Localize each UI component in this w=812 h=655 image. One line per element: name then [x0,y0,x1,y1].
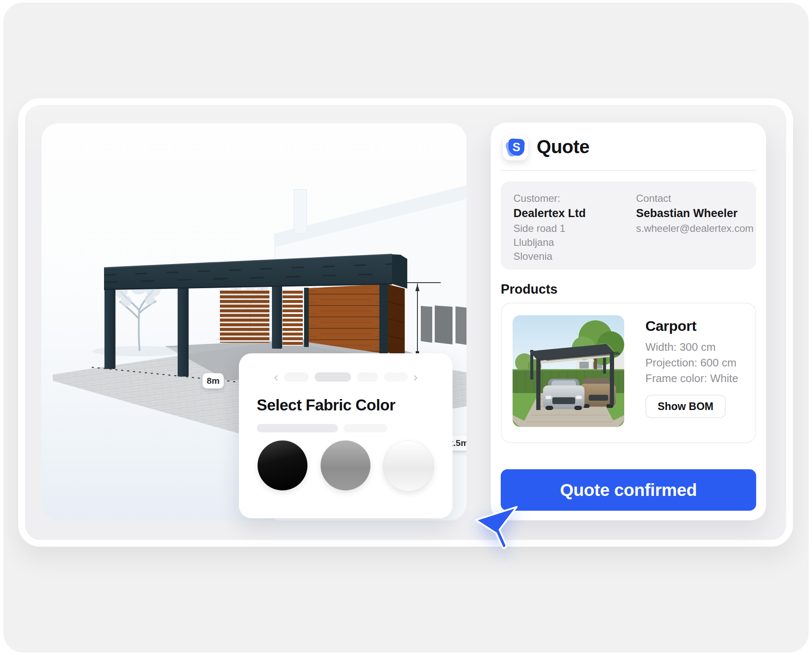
product-spec-projection: Projection: 600 cm [645,355,738,371]
fence-panels [421,305,466,345]
product-name: Carport [645,318,738,334]
carousel-step-pill[interactable] [284,372,309,382]
chevron-left-icon[interactable]: ‹ [274,372,278,382]
quote-confirmed-label: Quote confirmed [560,480,697,500]
options-carousel: ‹ › [239,372,453,382]
fabric-panel-title: Select Fabric Color [257,396,395,414]
chevron-right-icon[interactable]: › [414,372,418,382]
customer-address-line: Side road 1 [513,221,586,235]
customer-name: Dealertex Ltd [513,205,586,221]
contact-email: s.wheeler@dealertex.com [636,221,754,235]
customer-address-line: Llubljana [513,235,586,249]
customer-info-box: Customer: Dealertex Ltd Side road 1 Llub… [501,182,756,270]
carousel-step-pill[interactable] [357,372,378,382]
cursor-icon [463,495,531,554]
width-dimension-label: 8m [203,373,224,388]
fabric-swatch-black[interactable] [258,440,307,490]
products-heading: Products [501,282,557,297]
product-specs: Width: 300 cm Projection: 600 cm Frame c… [645,339,738,386]
customer-column: Customer: Dealertex Ltd Side road 1 Llub… [513,192,586,263]
customer-label: Customer: [513,192,586,205]
app-logo-icon: S [503,135,528,160]
contact-name: Sebastian Wheeler [636,205,754,221]
car-silver [543,379,584,410]
show-bom-button[interactable]: Show BOM [645,395,726,418]
product-info: Carport Width: 300 cm Projection: 600 cm… [645,318,738,418]
quote-panel: S Quote Customer: Dealertex Ltd Side roa… [491,122,766,520]
carport-roof [104,254,407,289]
product-image [513,315,624,427]
customer-address-line: Slovenia [513,249,586,263]
product-spec-frame-color: Frame color: White [645,371,738,386]
placeholder-bar [257,424,338,432]
placeholder-bar [343,424,387,432]
fabric-swatch-white[interactable] [383,440,434,491]
carport-slat-wall [220,288,309,347]
product-spec-width: Width: 300 cm [645,339,738,355]
stage: 2.5m 8m 360 ‹ › Select Fabric Color [0,0,812,655]
fabric-swatch-gray[interactable] [321,440,370,490]
width-dimension-value: 8m [207,376,219,386]
divider [501,170,756,171]
carousel-step-pill[interactable] [384,372,408,382]
contact-label: Contact [636,192,754,205]
logo-letter: S [512,140,521,154]
carousel-step-pill-active[interactable] [315,372,351,382]
fabric-color-panel: ‹ › Select Fabric Color [239,353,453,518]
product-card: Carport Width: 300 cm Projection: 600 cm… [501,303,756,443]
quote-confirmed-button[interactable]: Quote confirmed [501,469,756,511]
contact-column: Contact Sebastian Wheeler s.wheeler@deal… [636,192,754,235]
product-image-illustration [513,315,624,427]
quote-title: Quote [537,136,590,157]
show-bom-label: Show BOM [658,400,713,412]
